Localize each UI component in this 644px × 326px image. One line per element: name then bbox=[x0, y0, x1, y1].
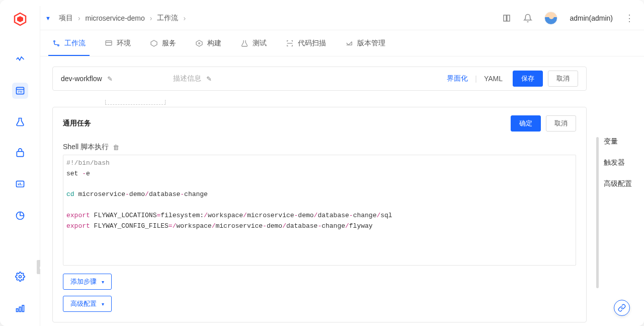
svg-rect-14 bbox=[19, 307, 21, 311]
tab-build[interactable]: 构建 bbox=[195, 30, 221, 56]
overflow-menu-icon[interactable]: ⋮ bbox=[625, 13, 634, 24]
scan-icon bbox=[286, 39, 294, 47]
workflow-desc-placeholder: 描述信息 bbox=[173, 74, 201, 83]
cancel-button[interactable]: 取消 bbox=[548, 71, 578, 87]
save-button[interactable]: 保存 bbox=[513, 71, 543, 87]
sidebar-dashboard-icon[interactable] bbox=[12, 176, 28, 192]
tab-workflow[interactable]: 工作流 bbox=[52, 30, 86, 56]
breadcrumb-project[interactable]: microservice-demo bbox=[86, 14, 145, 22]
mode-yaml[interactable]: YAML bbox=[484, 75, 503, 83]
link-fab[interactable] bbox=[614, 300, 630, 316]
bell-icon[interactable] bbox=[523, 14, 532, 23]
sidebar-project-icon[interactable]: PM bbox=[12, 83, 28, 99]
stage-connector bbox=[105, 100, 166, 105]
env-icon bbox=[105, 39, 113, 47]
add-step-label: 添加步骤 bbox=[70, 277, 97, 286]
task-cancel-button[interactable]: 取消 bbox=[546, 115, 576, 132]
mode-ui[interactable]: 界面化 bbox=[447, 74, 468, 83]
breadcrumb-section[interactable]: 工作流 bbox=[157, 14, 178, 23]
tab-label: 测试 bbox=[253, 39, 267, 48]
svg-rect-13 bbox=[16, 309, 18, 312]
breadcrumb-root[interactable]: 项目 bbox=[59, 14, 73, 23]
chevron-down-icon: ▾ bbox=[102, 279, 104, 285]
rail-vars[interactable]: 变量 bbox=[604, 137, 618, 146]
svg-marker-20 bbox=[151, 40, 157, 46]
svg-text:PM: PM bbox=[18, 90, 22, 93]
topbar: ▼ 项目 › microservice-demo › 工作流 › bbox=[40, 6, 644, 30]
sidebar-stats-icon[interactable] bbox=[12, 208, 28, 224]
svg-rect-15 bbox=[22, 305, 24, 312]
svg-rect-6 bbox=[17, 152, 23, 157]
svg-marker-1 bbox=[17, 16, 23, 22]
rail-triggers[interactable]: 触发器 bbox=[604, 158, 625, 167]
trash-icon[interactable]: 🗑 bbox=[113, 144, 119, 151]
task-confirm-button[interactable]: 确定 bbox=[511, 115, 541, 132]
main-tabs: 工作流 环境 服务 构建 测试 bbox=[40, 30, 644, 56]
tab-label: 工作流 bbox=[64, 39, 86, 48]
task-title: 通用任务 bbox=[63, 119, 501, 128]
sidebar-settings-icon[interactable] bbox=[12, 269, 28, 285]
docs-icon[interactable] bbox=[502, 14, 511, 23]
content-area: dev-workflow ✎ 描述信息 ✎ 界面化 | YAML bbox=[40, 56, 644, 326]
svg-point-17 bbox=[58, 44, 59, 46]
svg-point-22 bbox=[199, 42, 200, 44]
rail-advanced[interactable]: 高级配置 bbox=[604, 179, 632, 188]
edit-desc-icon[interactable]: ✎ bbox=[206, 75, 212, 83]
tab-label: 版本管理 bbox=[357, 39, 385, 48]
breadcrumb: ▼ 项目 › microservice-demo › 工作流 › bbox=[45, 14, 502, 23]
tab-label: 服务 bbox=[162, 39, 176, 48]
version-icon bbox=[345, 39, 353, 47]
sidebar: PM bbox=[0, 6, 40, 326]
breadcrumb-sep: › bbox=[183, 14, 186, 22]
svg-point-16 bbox=[54, 40, 55, 42]
breadcrumb-sep: › bbox=[150, 14, 152, 22]
tab-label: 环境 bbox=[117, 39, 131, 48]
tab-label: 构建 bbox=[207, 39, 221, 48]
sidebar-test-icon[interactable] bbox=[12, 114, 28, 130]
edit-name-icon[interactable]: ✎ bbox=[107, 75, 113, 83]
workflow-name: dev-workflow bbox=[61, 75, 102, 83]
tab-label: 代码扫描 bbox=[298, 39, 326, 48]
svg-rect-18 bbox=[106, 40, 112, 45]
add-step-button[interactable]: 添加步骤 ▾ bbox=[63, 274, 112, 290]
tab-scan[interactable]: 代码扫描 bbox=[286, 30, 326, 56]
workflow-icon bbox=[52, 39, 60, 47]
workflow-header: dev-workflow ✎ 描述信息 ✎ 界面化 | YAML bbox=[52, 67, 587, 91]
breadcrumb-sep: › bbox=[78, 14, 80, 22]
shell-step-label: Shell 脚本执行 bbox=[63, 143, 109, 152]
app-logo bbox=[13, 12, 27, 26]
service-icon bbox=[150, 39, 158, 47]
svg-point-12 bbox=[19, 276, 21, 278]
chevron-down-icon: ▾ bbox=[102, 301, 104, 307]
project-switcher-icon[interactable]: ▼ bbox=[45, 15, 51, 21]
tab-test[interactable]: 测试 bbox=[240, 30, 267, 56]
advanced-config-button[interactable]: 高级配置 ▾ bbox=[63, 296, 112, 312]
svg-marker-21 bbox=[196, 40, 202, 46]
avatar[interactable] bbox=[544, 12, 557, 25]
right-rail: 变量 触发器 高级配置 bbox=[599, 107, 644, 188]
sidebar-delivery-icon[interactable] bbox=[12, 145, 28, 161]
script-editor[interactable]: #!/bin/bash set -e cd microservice-demo/… bbox=[63, 155, 576, 266]
tab-version[interactable]: 版本管理 bbox=[345, 30, 385, 56]
sidebar-monitor-icon[interactable] bbox=[12, 51, 28, 68]
tab-service[interactable]: 服务 bbox=[150, 30, 176, 56]
tab-env[interactable]: 环境 bbox=[105, 30, 131, 56]
sidebar-resource-icon[interactable] bbox=[12, 300, 28, 316]
build-icon bbox=[195, 39, 203, 47]
advanced-label: 高级配置 bbox=[70, 299, 97, 308]
username: admin(admin) bbox=[570, 14, 613, 22]
test-icon bbox=[240, 39, 249, 47]
task-card: 通用任务 确定 取消 Shell 脚本执行 🗑 #!/bin/bash set … bbox=[52, 107, 587, 322]
